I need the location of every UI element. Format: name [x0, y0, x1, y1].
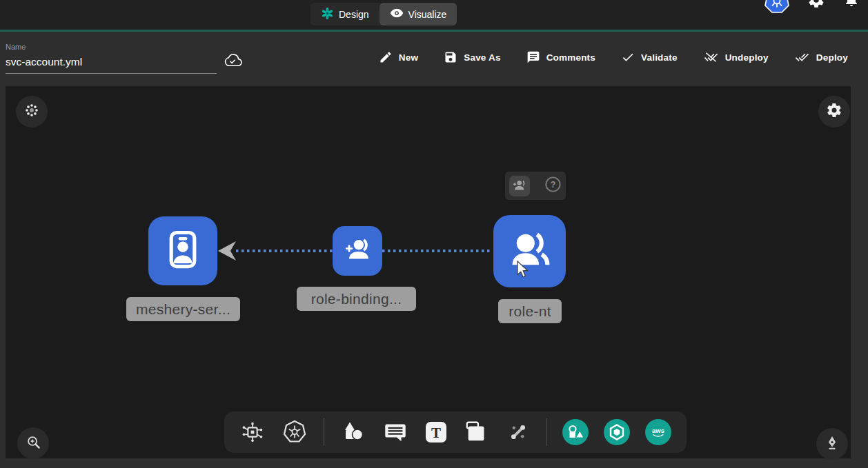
comments-button-label: Comments: [546, 52, 595, 63]
aws-label: aws: [652, 427, 664, 434]
cloud-saved-icon: [222, 52, 243, 72]
service-account-badge-icon: [161, 228, 204, 274]
comments-button[interactable]: Comments: [522, 50, 600, 65]
bond-icon[interactable]: [505, 419, 531, 445]
undeploy-button-label: Undeploy: [725, 52, 769, 63]
zoom-in-icon: [26, 434, 41, 453]
svg-text:T: T: [431, 425, 441, 441]
deploy-button-label: Deploy: [816, 52, 848, 63]
top-header: Design Visualize: [0, 0, 868, 32]
kubernetes-icon[interactable]: [281, 418, 308, 446]
comment-icon: [526, 50, 540, 64]
header-right-icons: [765, 0, 860, 30]
notifications-bell-icon[interactable]: [843, 0, 860, 11]
meshery-design-app: Design Visualize: [0, 0, 868, 468]
role-binding-icon: [342, 234, 373, 268]
tab-visualize-label: Visualize: [408, 9, 447, 20]
node-label-service-account: meshery-ser...: [126, 297, 240, 321]
help-icon: ?: [544, 176, 562, 196]
canvas-settings-gear-icon: [826, 102, 842, 121]
node-hover-toolbar: ?: [505, 172, 566, 200]
deploy-button[interactable]: Deploy: [790, 50, 852, 65]
save-as-button[interactable]: Save As: [440, 50, 504, 65]
dock-divider: [546, 418, 547, 446]
tab-design-label: Design: [339, 9, 369, 20]
shapes-circle-icon[interactable]: [562, 419, 589, 445]
text-tool-icon[interactable]: T: [424, 420, 448, 445]
node-label-role: role-nt: [498, 299, 562, 323]
comment-tool-icon[interactable]: [382, 419, 408, 445]
meshery-logo-icon: [321, 7, 334, 22]
pen-nib-icon: [825, 435, 840, 454]
validate-button-label: Validate: [641, 52, 678, 63]
undeploy-button[interactable]: Undeploy: [699, 50, 773, 65]
design-actions: New Save As Comments: [375, 50, 852, 65]
dock-divider: [324, 418, 324, 446]
node-label-role-binding: role-binding...: [297, 287, 416, 311]
pencil-icon: [379, 50, 393, 64]
double-check-icon: [794, 50, 810, 64]
eye-icon: [390, 6, 404, 22]
component-dock: T: [224, 411, 687, 453]
component-chip-icon[interactable]: [239, 419, 266, 445]
group-add-button[interactable]: [509, 176, 530, 196]
zoom-in-button[interactable]: [17, 427, 49, 459]
single-check-icon: [621, 50, 635, 64]
shapes-icon[interactable]: [339, 418, 367, 446]
aws-circle-icon[interactable]: aws: [645, 419, 671, 445]
settings-gear-icon[interactable]: [807, 0, 825, 12]
role-icon: [507, 227, 553, 276]
view-tabs: Design Visualize: [310, 3, 457, 26]
edge-lines: [6, 86, 851, 458]
note-icon[interactable]: [464, 419, 490, 445]
hexagon-circle-icon[interactable]: [604, 419, 630, 445]
canvas-settings-button[interactable]: [818, 96, 850, 128]
freeze-layout-button[interactable]: [16, 96, 48, 128]
name-field-label: Name: [6, 43, 217, 51]
validate-button[interactable]: Validate: [617, 50, 682, 65]
new-button[interactable]: New: [375, 50, 422, 65]
double-check-slash-icon: [703, 50, 719, 64]
freeze-layout-icon: [24, 103, 39, 121]
node-service-account[interactable]: [148, 216, 217, 285]
group-add-icon: [511, 178, 529, 194]
svg-text:?: ?: [550, 180, 555, 190]
help-button[interactable]: ?: [544, 177, 562, 195]
node-role-binding[interactable]: [333, 226, 382, 276]
tab-design[interactable]: Design: [310, 3, 379, 26]
kubernetes-context-icon[interactable]: [765, 0, 789, 17]
tab-visualize[interactable]: Visualize: [379, 3, 457, 26]
design-name-input[interactable]: [6, 52, 217, 74]
new-button-label: New: [399, 52, 418, 63]
save-icon: [444, 50, 457, 64]
node-role[interactable]: [493, 215, 566, 287]
save-as-button-label: Save As: [464, 52, 500, 63]
design-toolbar: Name New Save As: [0, 32, 868, 86]
design-canvas[interactable]: ?: [6, 86, 851, 458]
pen-tool-button[interactable]: [816, 428, 848, 460]
design-name-field: Name: [6, 43, 217, 74]
